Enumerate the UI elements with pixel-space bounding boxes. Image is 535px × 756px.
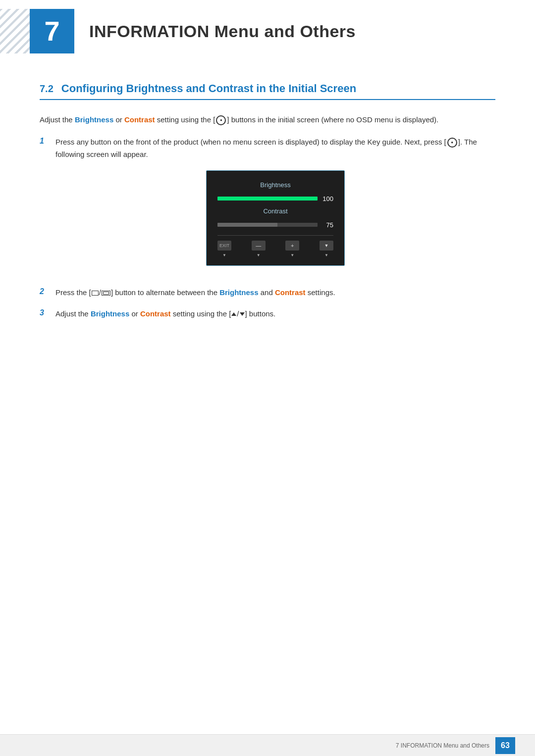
chapter-stripe-decoration — [0, 9, 30, 53]
osd-down-group: ▼ ▼ — [320, 241, 333, 258]
keyword-brightness-step3: Brightness — [91, 309, 129, 318]
osd-exit-icon: EXIT — [219, 242, 229, 250]
step-list: 1 Press any button on the front of the p… — [40, 136, 495, 320]
osd-screen: Brightness 100 Contrast — [206, 170, 345, 266]
step-3-number: 3 — [40, 308, 48, 317]
osd-exit-btn: EXIT — [217, 241, 231, 251]
footer-chapter-text: 7 INFORMATION Menu and Others — [396, 742, 489, 749]
square-icon — [92, 291, 99, 296]
osd-divider — [217, 235, 333, 236]
keyword-brightness-step2: Brightness — [219, 288, 258, 297]
osd-plus-icon: + — [291, 241, 294, 250]
section-heading: 7.2 Configuring Brightness and Contrast … — [40, 82, 495, 100]
step-1-text: Press any button on the front of the pro… — [55, 136, 495, 278]
osd-contrast-track — [217, 223, 318, 227]
chapter-header: 7 INFORMATION Menu and Others — [0, 0, 535, 62]
step-1-number: 1 — [40, 137, 48, 146]
osd-plus-arrow: ▼ — [290, 252, 294, 258]
osd-brightness-row: 100 — [217, 194, 333, 204]
osd-contrast-row: 75 — [217, 220, 333, 230]
osd-button-icon — [216, 115, 226, 125]
osd-minus-icon: — — [256, 241, 261, 250]
rect-icon — [102, 291, 110, 296]
osd-brightness-track — [217, 197, 318, 201]
osd-exit-arrow: ▼ — [222, 252, 226, 258]
osd-contrast-fill — [217, 223, 277, 227]
footer-page-number: 63 — [495, 737, 515, 754]
osd-brightness-value: 100 — [321, 194, 333, 204]
osd-plus-group: + ▼ — [285, 241, 299, 258]
osd-minus-arrow: ▼ — [257, 252, 261, 258]
keyword-contrast-intro: Contrast — [124, 115, 155, 124]
osd-contrast-label: Contrast — [217, 206, 333, 216]
osd-down-arrow: ▼ — [324, 252, 328, 258]
osd-contrast-value: 75 — [321, 220, 333, 230]
section-number: 7.2 — [40, 83, 54, 95]
osd-down-btn: ▼ — [320, 241, 333, 251]
keyword-contrast-step3: Contrast — [140, 309, 171, 318]
step-3: 3 Adjust the Brightness or Contrast sett… — [40, 308, 495, 320]
keyword-contrast-step2: Contrast — [275, 288, 306, 297]
osd-brightness-label: Brightness — [217, 180, 333, 190]
section-7-2: 7.2 Configuring Brightness and Contrast … — [0, 67, 535, 339]
step-3-text: Adjust the Brightness or Contrast settin… — [55, 308, 275, 320]
osd-bottom-buttons: EXIT ▼ — ▼ — [217, 241, 333, 258]
osd-mockup-container: Brightness 100 Contrast — [55, 170, 495, 266]
osd-exit-group: EXIT ▼ — [217, 241, 231, 258]
page-footer: 7 INFORMATION Menu and Others 63 — [0, 734, 535, 756]
osd-minus-btn: — — [252, 241, 266, 251]
osd-down-icon: ▼ — [324, 242, 329, 250]
chapter-number-box: 7 — [30, 9, 74, 53]
chapter-number: 7 — [44, 17, 59, 45]
step-2-text: Press the [/] button to alternate betwee… — [55, 287, 335, 299]
step1-osd-icon — [447, 138, 457, 148]
step-1: 1 Press any button on the front of the p… — [40, 136, 495, 278]
osd-plus-btn: + — [285, 241, 299, 251]
intro-paragraph: Adjust the Brightness or Contrast settin… — [40, 114, 495, 126]
triangle-up-icon — [231, 312, 236, 316]
osd-brightness-fill — [217, 197, 318, 201]
chapter-title: INFORMATION Menu and Others — [89, 22, 356, 41]
keyword-brightness-intro: Brightness — [75, 115, 113, 124]
osd-minus-group: — ▼ — [252, 241, 266, 258]
section-title: Configuring Brightness and Contrast in t… — [61, 82, 356, 95]
step-2-number: 2 — [40, 287, 48, 296]
triangle-down-icon — [240, 312, 245, 316]
step-2: 2 Press the [/] button to alternate betw… — [40, 287, 495, 299]
